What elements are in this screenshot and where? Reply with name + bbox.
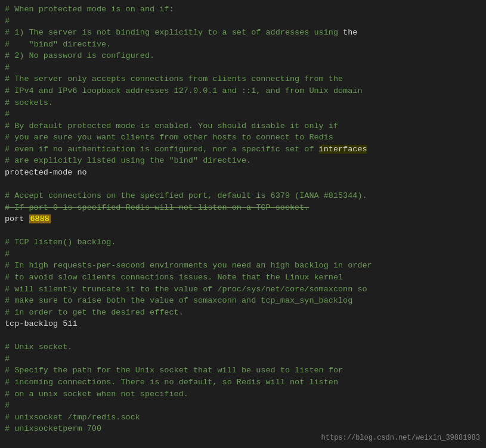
line-36: # unixsocket /tmp/redis.sock xyxy=(5,412,481,424)
line-35: # xyxy=(5,400,481,412)
line-27: # in order to get the desired effect. xyxy=(5,307,481,319)
line-18: # If port 0 is specified Redis will not … xyxy=(5,202,481,214)
line-14: # are explicitly listed using the "bind"… xyxy=(5,155,481,167)
line-31: # xyxy=(5,353,481,365)
line-3: # 1) The server is not binding explicitl… xyxy=(5,27,481,39)
line-16 xyxy=(5,178,481,190)
line-10: # xyxy=(5,108,481,120)
line-20 xyxy=(5,225,481,237)
line-23: # In high requests-per-second environmen… xyxy=(5,260,481,272)
line-7: # The server only accepts connections fr… xyxy=(5,73,481,85)
line-12: # you are sure you want clients from oth… xyxy=(5,132,481,144)
line-5: # 2) No password is configured. xyxy=(5,50,481,62)
watermark-url: https://blog.csdn.net/weixin_39881983 xyxy=(321,433,480,443)
line-17: # Accept connections on the specified po… xyxy=(5,190,481,202)
line-1: # When protected mode is on and if: xyxy=(5,4,481,15)
line-28: tcp-backlog 511 xyxy=(5,318,481,330)
line-24: # to avoid slow clients connections issu… xyxy=(5,272,481,284)
line-11: # By default protected mode is enabled. … xyxy=(5,120,481,132)
line-15: protected-mode no xyxy=(5,167,481,179)
line-32: # Specify the path for the Unix socket t… xyxy=(5,365,481,377)
line-22: # xyxy=(5,248,481,260)
line-9: # sockets. xyxy=(5,97,481,109)
line-33: # incoming connections. There is no defa… xyxy=(5,377,481,388)
line-34: # on a unix socket when not specified. xyxy=(5,388,481,400)
line-25: # will silently truncate it to the value… xyxy=(5,284,481,295)
line-19-port: port 6888 xyxy=(5,213,481,225)
terminal-window: # When protected mode is on and if: # # … xyxy=(0,0,486,448)
line-4: # "bind" directive. xyxy=(5,39,481,51)
line-8: # IPv4 and IPv6 loopback addresses 127.0… xyxy=(5,85,481,97)
line-26: # make sure to raise both the value of s… xyxy=(5,295,481,307)
line-2: # xyxy=(5,15,481,27)
line-21: # TCP listen() backlog. xyxy=(5,237,481,248)
line-6: # xyxy=(5,62,481,74)
line-30: # Unix socket. xyxy=(5,341,481,353)
line-29 xyxy=(5,330,481,342)
line-13: # even if no authentication is configure… xyxy=(5,144,481,155)
